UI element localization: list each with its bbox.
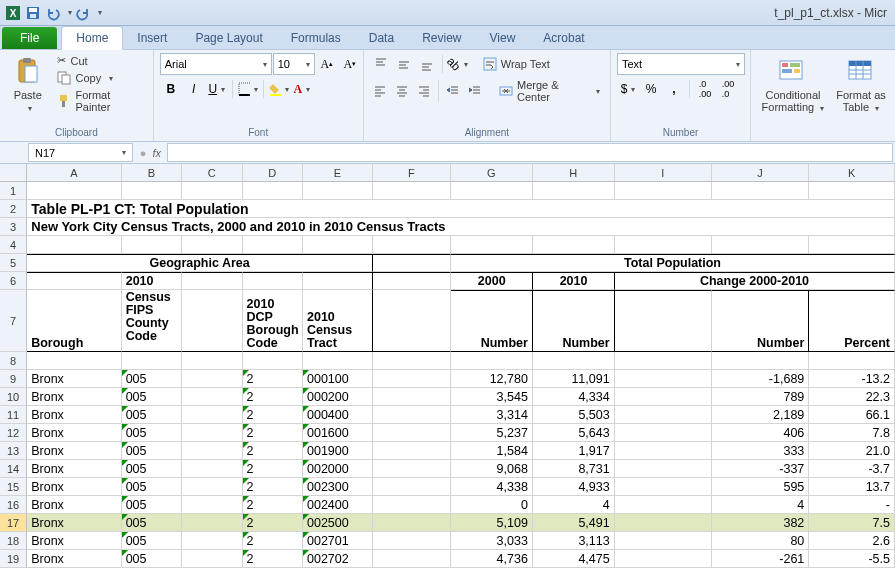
cell[interactable]: 4,736	[451, 550, 533, 568]
cell[interactable]	[373, 496, 451, 514]
cell[interactable]: 0	[451, 496, 533, 514]
align-center-button[interactable]	[391, 80, 412, 102]
cell[interactable]	[373, 290, 451, 352]
row-header[interactable]: 15	[0, 478, 27, 496]
cell[interactable]: 382	[712, 514, 809, 532]
row-header[interactable]: 1	[0, 182, 27, 200]
cell[interactable]	[303, 182, 373, 200]
cell[interactable]	[451, 352, 533, 370]
cell[interactable]	[615, 514, 712, 532]
cell[interactable]	[373, 254, 451, 272]
border-button[interactable]: ▾	[237, 78, 259, 100]
cell[interactable]: 005	[122, 460, 182, 478]
row-header[interactable]: 9	[0, 370, 27, 388]
undo-dropdown-icon[interactable]: ▾	[68, 8, 72, 17]
cell[interactable]: Borough	[27, 290, 121, 352]
cell[interactable]: 1,917	[533, 442, 615, 460]
cell[interactable]: -1,689	[712, 370, 809, 388]
cell[interactable]: Percent	[809, 290, 895, 352]
cell[interactable]: 7.8	[809, 424, 895, 442]
cell[interactable]: 4,475	[533, 550, 615, 568]
cell[interactable]: -261	[712, 550, 809, 568]
format-as-table-button[interactable]: Format as Table ▾	[833, 53, 889, 115]
cell[interactable]	[533, 352, 615, 370]
cell[interactable]	[373, 532, 451, 550]
fx-button[interactable]: ●fx	[133, 142, 167, 163]
cell[interactable]	[303, 352, 373, 370]
cell[interactable]: 789	[712, 388, 809, 406]
cell[interactable]	[373, 388, 451, 406]
row-header[interactable]: 13	[0, 442, 27, 460]
cell[interactable]	[533, 182, 615, 200]
row-header[interactable]: 17	[0, 514, 27, 532]
save-icon[interactable]	[24, 4, 42, 22]
cell[interactable]: Bronx	[27, 532, 121, 550]
row-header[interactable]: 7	[0, 290, 27, 352]
col-header[interactable]: H	[533, 164, 615, 181]
cell[interactable]	[809, 182, 895, 200]
tab-review[interactable]: Review	[408, 27, 475, 49]
cell[interactable]	[373, 550, 451, 568]
accounting-format-button[interactable]: $▾	[617, 78, 639, 100]
worksheet[interactable]: A B C D E F G H I J K 12Table PL-P1 CT: …	[0, 164, 895, 568]
cell[interactable]: 005	[122, 478, 182, 496]
cell[interactable]	[27, 352, 121, 370]
tab-view[interactable]: View	[476, 27, 530, 49]
cell[interactable]: 2010 DCP Borough Code	[243, 290, 303, 352]
cell[interactable]: 5,643	[533, 424, 615, 442]
cell[interactable]	[303, 236, 373, 254]
cell[interactable]: 005	[122, 370, 182, 388]
cell[interactable]: 005	[122, 550, 182, 568]
row-header[interactable]: 16	[0, 496, 27, 514]
cell[interactable]	[243, 352, 303, 370]
row-header[interactable]: 14	[0, 460, 27, 478]
cell-title[interactable]: Table PL-P1 CT: Total Population	[27, 200, 895, 218]
cell[interactable]: 001900	[303, 442, 373, 460]
cell[interactable]: Bronx	[27, 478, 121, 496]
cell[interactable]	[615, 550, 712, 568]
tab-home[interactable]: Home	[61, 26, 123, 50]
number-format-combo[interactable]: Text▾	[617, 53, 745, 75]
excel-app-icon[interactable]: X	[4, 4, 22, 22]
cell[interactable]: 80	[712, 532, 809, 550]
cell[interactable]: 406	[712, 424, 809, 442]
increase-decimal-button[interactable]: .0.00	[694, 78, 716, 100]
cell[interactable]	[303, 272, 373, 290]
align-left-button[interactable]	[370, 80, 391, 102]
cell[interactable]	[243, 182, 303, 200]
cell[interactable]: 5,503	[533, 406, 615, 424]
cell[interactable]	[615, 236, 712, 254]
font-color-button[interactable]: A▾	[291, 78, 313, 100]
cell[interactable]: 7.5	[809, 514, 895, 532]
cell[interactable]: 2010	[122, 272, 182, 290]
cell[interactable]: Number	[712, 290, 809, 352]
align-right-button[interactable]	[413, 80, 434, 102]
cell[interactable]	[373, 236, 451, 254]
cell[interactable]	[373, 272, 451, 290]
col-header[interactable]: I	[615, 164, 712, 181]
cell[interactable]	[373, 406, 451, 424]
cell[interactable]: 002000	[303, 460, 373, 478]
cell[interactable]	[615, 496, 712, 514]
conditional-formatting-button[interactable]: Conditional Formatting ▾	[757, 53, 829, 115]
cell[interactable]	[182, 478, 242, 496]
cell[interactable]	[712, 182, 809, 200]
cell[interactable]: 2000	[451, 272, 533, 290]
cell[interactable]: 3,033	[451, 532, 533, 550]
align-middle-button[interactable]	[393, 53, 415, 75]
cell[interactable]: 005	[122, 514, 182, 532]
col-header[interactable]: B	[122, 164, 182, 181]
cell[interactable]	[615, 460, 712, 478]
comma-format-button[interactable]: ,	[663, 78, 685, 100]
cell[interactable]: 2010 Census Tract	[303, 290, 373, 352]
cell[interactable]: 4	[712, 496, 809, 514]
increase-indent-button[interactable]	[465, 80, 486, 102]
cell[interactable]: 005	[122, 388, 182, 406]
cell[interactable]: 2	[243, 388, 303, 406]
cell[interactable]	[27, 182, 121, 200]
cell[interactable]	[615, 424, 712, 442]
align-bottom-button[interactable]	[416, 53, 438, 75]
cell[interactable]	[615, 406, 712, 424]
cell[interactable]: Geographic Area	[27, 254, 373, 272]
cell[interactable]: Total Population	[451, 254, 895, 272]
